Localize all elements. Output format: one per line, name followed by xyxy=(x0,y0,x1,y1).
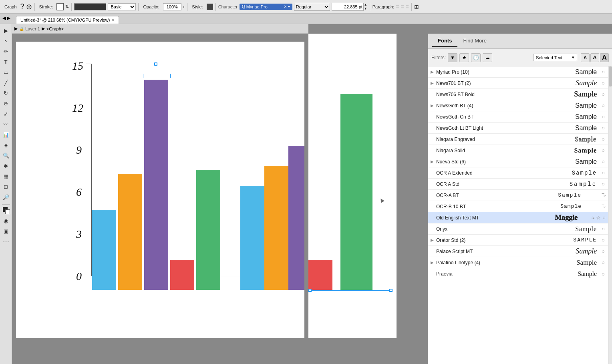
scale-tool[interactable]: ⤢ xyxy=(1,109,11,119)
approx-icon-old-english[interactable]: ≈ xyxy=(592,215,594,221)
action-palace[interactable]: ○ xyxy=(601,247,606,255)
size-medium-btn[interactable]: A xyxy=(590,53,599,62)
action-niagara-solid[interactable]: ○ xyxy=(601,147,606,154)
active-tab[interactable]: Untitled-3* @ 210.68% (CMYK/GPU Preview)… xyxy=(16,16,119,24)
size-large-btn[interactable]: A xyxy=(600,53,609,62)
font-name-input[interactable] xyxy=(246,4,282,9)
expand-news701[interactable]: ▶ xyxy=(431,81,436,85)
warp-tool[interactable]: 〰 xyxy=(1,119,11,129)
rotate-tool[interactable]: ↻ xyxy=(1,88,11,98)
transform-icon[interactable]: ⊕ xyxy=(26,2,32,11)
align-left-icon[interactable]: ≡ xyxy=(396,4,399,10)
scrollbar-thumb[interactable] xyxy=(609,66,612,86)
artboard-tool[interactable]: ⊡ xyxy=(1,182,11,191)
action-onyx[interactable]: ○ xyxy=(601,225,606,233)
symbol-tool[interactable]: ✱ xyxy=(1,161,11,171)
action-newsgoth[interactable]: ○ xyxy=(601,102,606,109)
opacity-expand[interactable]: › xyxy=(183,4,185,10)
font-row-palatino[interactable]: ▶ Palatino Linotype (4) Sample ○ xyxy=(428,257,608,268)
action-news706[interactable]: ○ xyxy=(601,90,606,98)
action-newsgoth-lt[interactable]: ○ xyxy=(601,124,606,132)
align-right-icon[interactable]: ≡ xyxy=(406,4,409,10)
expand-orator[interactable]: ▶ xyxy=(431,238,436,242)
fill-stroke[interactable] xyxy=(1,205,11,215)
font-row-palace[interactable]: Palace Script MT Sample ○ xyxy=(428,246,608,257)
line-tool[interactable]: ╱ xyxy=(1,78,11,87)
panel-scrollbar[interactable] xyxy=(608,66,612,364)
zoom-tool[interactable]: 🔎 xyxy=(1,192,11,202)
font-row-niagara-engraved[interactable]: Niagara Engraved Sample ○ xyxy=(428,134,608,145)
font-row-niagara-solid[interactable]: Niagara Solid Sample ○ xyxy=(428,145,608,156)
font-row-newsgoth-cn[interactable]: NewsGoth Cn BT Sample ○ xyxy=(428,111,608,123)
expand-newsgoth[interactable]: ▶ xyxy=(431,103,436,108)
expand-palatino[interactable]: ▶ xyxy=(431,260,436,265)
action-niagara-engraved[interactable]: ○ xyxy=(601,135,606,143)
font-row-ocra-std[interactable]: OCR A Std Sample ○ xyxy=(428,179,608,190)
pen-tool[interactable]: ✏ xyxy=(1,46,11,56)
nav-left[interactable]: ◀ xyxy=(2,15,6,21)
tab-fonts[interactable]: Fonts xyxy=(432,35,457,47)
font-row-nueva[interactable]: ▶ Nueva Std (6) Sample ○ xyxy=(428,156,608,167)
font-row-news706[interactable]: News706 BT Bold Sample ○ xyxy=(428,89,608,100)
action-old-english[interactable]: ○ xyxy=(602,215,606,221)
action-news701[interactable]: ○ xyxy=(601,79,606,87)
selected-text-dropdown[interactable]: Selected Text ▾ xyxy=(533,54,577,61)
align-center-icon[interactable]: ≡ xyxy=(401,4,404,10)
reflect-tool[interactable]: ⊖ xyxy=(1,99,11,108)
font-row-ocra-ext[interactable]: OCR A Extended Sample ○ xyxy=(428,167,608,179)
font-row-ocra-bt[interactable]: OCR-A BT Sample Tᵣ xyxy=(428,190,608,201)
font-list[interactable]: ▶ Myriad Pro (10) Sample ○ ▶ News701 BT … xyxy=(428,66,608,364)
dropdown-icon[interactable]: ▾ xyxy=(288,4,290,9)
clear-icon[interactable]: ✕ xyxy=(284,4,287,9)
action-myriad[interactable]: ○ xyxy=(601,68,606,76)
color-mode[interactable]: ◉ xyxy=(1,216,11,225)
font-size-input[interactable] xyxy=(332,3,364,11)
font-row-myriad-pro[interactable]: ▶ Myriad Pro (10) Sample ○ xyxy=(428,66,608,78)
action-praevia[interactable]: ○ xyxy=(601,270,606,278)
size-small-btn[interactable]: A xyxy=(581,53,590,62)
expand-nueva[interactable]: ▶ xyxy=(431,159,436,164)
font-row-newsgoth[interactable]: ▶ NewsGoth BT (4) Sample ○ xyxy=(428,100,608,111)
stroke-swatch[interactable] xyxy=(56,3,64,10)
help-icon[interactable]: ? xyxy=(20,2,24,11)
graph-tool[interactable]: 📊 xyxy=(1,130,11,139)
action-nueva[interactable]: ○ xyxy=(601,158,606,165)
nav-right[interactable]: ▶ xyxy=(7,15,10,21)
font-row-orator[interactable]: ▶ Orator Std (2) SAMPLE ○ xyxy=(428,235,608,246)
stroke-line[interactable] xyxy=(74,3,106,10)
size-spinners[interactable]: ▲ ▼ xyxy=(364,3,367,11)
text-tool[interactable]: T xyxy=(1,57,11,66)
expand-myriad[interactable]: ▶ xyxy=(431,70,436,74)
transform2-icon[interactable]: ⊞ xyxy=(414,4,419,10)
stroke-arrows[interactable]: ⇅ xyxy=(65,4,69,9)
filter-cloud-btn[interactable]: ☁ xyxy=(483,53,492,62)
screen-mode[interactable]: ▣ xyxy=(1,226,11,236)
star-icon-old-english[interactable]: ☆ xyxy=(596,215,601,221)
action-palatino[interactable]: ○ xyxy=(601,259,606,266)
more-tools[interactable]: ⋯ xyxy=(1,237,11,246)
action-ocra-ext[interactable]: ○ xyxy=(601,169,606,177)
gradient-tool[interactable]: ◈ xyxy=(1,140,11,150)
eyedropper-tool[interactable]: 🔍 xyxy=(1,151,11,160)
font-row-old-english[interactable]: Old English Text MT 𝐌𝐚𝐠𝐠𝐥𝐞 ≈ ☆ ○ xyxy=(428,212,608,223)
filter-star-btn[interactable]: ★ xyxy=(459,53,469,62)
action-orator[interactable]: ○ xyxy=(601,236,606,244)
font-row-newsgoth-lt[interactable]: NewsGoth Lt BT Light Sample ○ xyxy=(428,123,608,134)
tab-close[interactable]: ✕ xyxy=(111,18,115,22)
font-name-area[interactable]: Q ✕ ▾ xyxy=(240,4,292,10)
select-tool[interactable]: ▶ xyxy=(1,26,11,35)
opacity-input[interactable] xyxy=(163,3,181,10)
font-row-ocrb-bt[interactable]: OCR-B 10 BT Sample Tᵣ xyxy=(428,201,608,212)
basic-select[interactable]: Basic xyxy=(108,3,136,10)
font-row-onyx[interactable]: Onyx Sample ○ xyxy=(428,223,608,235)
shape-tool[interactable]: ▭ xyxy=(1,67,11,77)
font-style-select[interactable]: Regular xyxy=(294,3,330,11)
size-up[interactable]: ▲ xyxy=(364,3,367,7)
action-ocra-std[interactable]: ○ xyxy=(601,180,606,188)
size-down[interactable]: ▼ xyxy=(364,7,367,11)
filter-funnel-btn[interactable]: ▼ xyxy=(448,53,457,62)
style-swatch[interactable] xyxy=(207,4,213,10)
action-newsgoth-cn[interactable]: ○ xyxy=(601,113,606,121)
font-row-praevia[interactable]: Praevia Sample ○ xyxy=(428,268,608,280)
filter-clock-btn[interactable]: 🕐 xyxy=(471,53,481,62)
